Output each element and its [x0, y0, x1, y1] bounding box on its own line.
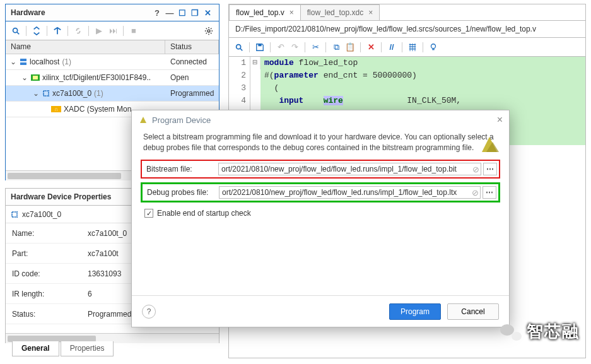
redo-icon[interactable]: ↷ [288, 41, 301, 54]
save-icon[interactable] [254, 41, 266, 54]
maximize-icon[interactable]: ☐ [176, 6, 189, 19]
tab-label: flow_led_top.v [236, 8, 284, 17]
stop-icon[interactable]: ■ [127, 25, 140, 37]
code-line[interactable]: 2#(parameter end_cnt = 50000000) [229, 69, 585, 82]
editor-path: D:/Files_import/2021/0810/new_proj/flow_… [229, 21, 585, 38]
cancel-button[interactable]: Cancel [447, 303, 499, 320]
startup-check[interactable]: ✓ Enable end of startup check [144, 209, 496, 218]
search-icon[interactable] [233, 41, 245, 54]
help-icon[interactable]: ? [142, 305, 156, 319]
browse-button[interactable]: ⋯ [483, 186, 496, 199]
checkbox-icon[interactable]: ✓ [144, 209, 153, 218]
watermark: 智芯融 [500, 320, 580, 343]
props-tabs: General Properties [12, 341, 114, 356]
tab-general[interactable]: General [12, 341, 59, 356]
row-count: (1) [62, 57, 71, 66]
prop-key: ID code: [12, 269, 88, 278]
hardware-toolbar: ▶ ⏭ ■ [6, 21, 219, 40]
delete-icon[interactable]: ✕ [365, 41, 377, 54]
code-text: ( [260, 82, 585, 95]
tab-properties[interactable]: Properties [61, 341, 114, 356]
probes-input[interactable] [219, 186, 481, 199]
play-icon[interactable]: ▶ [93, 25, 105, 37]
wechat-icon [500, 323, 522, 341]
bitstream-input[interactable] [218, 163, 481, 175]
hardware-table-header: Name Status [6, 40, 219, 54]
row-label: XADC (System Mon [64, 105, 131, 114]
device-name: xc7a100t_0 [22, 210, 61, 219]
dialog-footer: ? Program Cancel [132, 295, 509, 327]
col-name[interactable]: Name [6, 40, 165, 54]
svg-point-11 [237, 44, 241, 49]
svg-point-2 [208, 30, 210, 32]
chevron-down-icon[interactable]: ⌄ [9, 57, 17, 66]
paste-icon[interactable]: 📋 [344, 41, 356, 54]
svg-marker-15 [140, 117, 146, 123]
code-line[interactable]: 4 input wire IN_CLK_50M, [229, 95, 585, 107]
svg-rect-7 [44, 91, 49, 96]
svg-rect-6 [33, 76, 38, 79]
probes-label: Debug probes file: [144, 188, 215, 197]
row-label: xilinx_tcf/Digilent/EF30I01F849.. [42, 73, 151, 82]
hardware-panel-title: Hardware ? — ☐ ❐ ✕ [6, 4, 219, 21]
close-icon[interactable]: ✕ [201, 6, 214, 19]
search-icon[interactable] [9, 25, 22, 37]
chip-blue-icon [42, 90, 50, 97]
code-line[interactable]: 1⊟module flow_led_top [229, 57, 585, 69]
dialog-titlebar: Program Device × [132, 110, 509, 129]
copy-icon[interactable]: ⧉ [330, 41, 342, 54]
help-icon[interactable]: ? [151, 6, 163, 19]
program-device-dialog: Program Device × Select a bitstream prog… [131, 110, 510, 327]
code-line[interactable]: 3 ( [229, 82, 585, 95]
restore-icon[interactable]: ❐ [189, 6, 201, 19]
code-text: #(parameter end_cnt = 50000000) [260, 69, 585, 82]
svg-rect-3 [20, 59, 26, 61]
code-text: input wire IN_CLK_50M, [260, 95, 585, 107]
svg-rect-10 [12, 212, 17, 217]
link-icon[interactable] [72, 25, 85, 37]
line-number: 4 [229, 95, 250, 107]
gear-icon[interactable] [202, 25, 215, 37]
checkbox-label: Enable end of startup check [157, 209, 251, 218]
editor-tab-v[interactable]: flow_led_top.v × [229, 4, 301, 20]
close-icon[interactable]: × [290, 8, 294, 17]
tree-row-device[interactable]: ⌄ xc7a100t_0 (1) Programmed [6, 86, 219, 102]
svg-line-12 [240, 48, 243, 50]
program-button[interactable]: Program [389, 303, 441, 320]
adc-icon: ⎍ [51, 106, 61, 112]
svg-rect-13 [258, 44, 261, 46]
tree-row-cable[interactable]: ⌄ xilinx_tcf/Digilent/EF30I01F849.. Open [6, 70, 219, 86]
step-icon[interactable]: ⏭ [107, 25, 119, 37]
editor-tabs: flow_led_top.v × flow_led_top.xdc × [229, 4, 585, 21]
format-icon[interactable] [406, 41, 419, 54]
code-text: module flow_led_top [260, 57, 585, 69]
cut-icon[interactable]: ✂ [309, 41, 322, 54]
expand-icon[interactable] [51, 25, 64, 37]
svg-point-14 [431, 44, 436, 48]
fold-icon[interactable]: ⊟ [250, 57, 260, 69]
bulb-icon[interactable] [427, 41, 440, 54]
browse-button[interactable]: ⋯ [483, 163, 497, 175]
prop-key: Part: [12, 249, 88, 258]
tree-row-localhost[interactable]: ⌄ localhost (1) Connected [6, 54, 219, 70]
props-title-text: Hardware Device Properties [11, 192, 111, 201]
chevron-down-icon[interactable]: ⌄ [21, 73, 28, 82]
dialog-message-text: Select a bitstream programming file and … [143, 132, 494, 152]
chevron-down-icon[interactable]: ⌄ [32, 89, 40, 98]
comment-icon[interactable]: // [385, 41, 398, 54]
svg-point-0 [13, 28, 18, 32]
server-icon [20, 58, 27, 66]
undo-icon[interactable]: ↶ [274, 41, 287, 54]
collapse-all-icon[interactable] [30, 25, 43, 37]
chip-blue-icon [11, 211, 18, 218]
svg-line-1 [17, 32, 20, 34]
dialog-close-icon[interactable]: × [497, 114, 503, 126]
editor-tab-xdc[interactable]: flow_led_top.xdc × [300, 4, 380, 20]
row-status: Connected [165, 57, 219, 66]
watermark-text: 智芯融 [527, 320, 580, 343]
bitstream-row: Bitstream file: ⊘ ⋯ [141, 160, 500, 179]
tab-label: flow_led_top.xdc [307, 8, 363, 17]
minimize-icon[interactable]: — [163, 6, 176, 19]
close-icon[interactable]: × [368, 8, 373, 17]
col-status[interactable]: Status [165, 40, 219, 54]
